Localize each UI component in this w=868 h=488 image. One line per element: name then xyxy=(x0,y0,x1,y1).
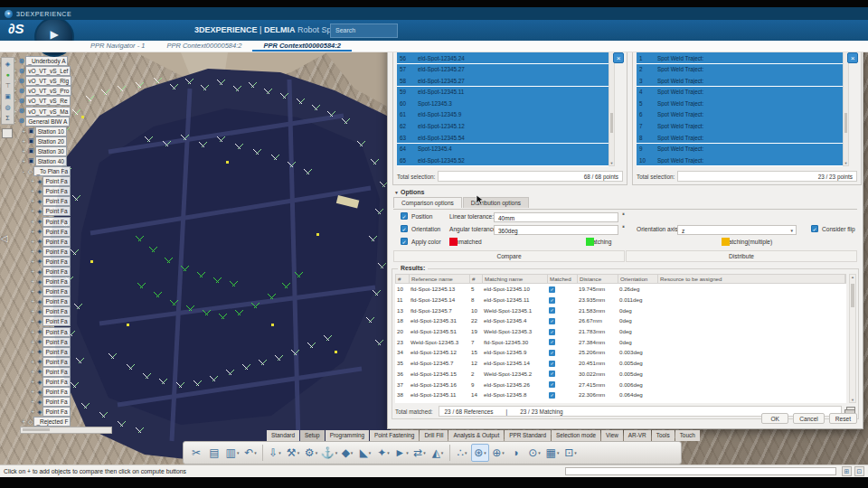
angular-tolerance-input[interactable]: 360deg xyxy=(494,225,618,235)
expander-icon[interactable]: - xyxy=(21,168,27,174)
tool-dropdown-icon[interactable]: ▾ xyxy=(465,450,467,455)
eld-Spot-12345.24[interactable]: 56 eld-Spot-12345.24 xyxy=(397,52,609,63)
result-row[interactable]: 23 Weld-Spot-12345.3 7 fld-Spot-12345.30… xyxy=(395,336,846,347)
tree-item[interactable]: + ◈ Point Fa xyxy=(12,347,71,357)
reference-remove-button[interactable]: × xyxy=(613,52,624,63)
options-tab[interactable]: Comparison options xyxy=(393,197,462,208)
trace-points-tool[interactable]: ∴▾ xyxy=(453,444,471,462)
ribbon-tab[interactable]: View xyxy=(601,430,623,441)
matched-checkbox[interactable]: ✓ xyxy=(549,350,555,356)
matched-checkbox[interactable]: ✓ xyxy=(549,307,555,314)
import-tool[interactable]: ⇩▾ xyxy=(266,444,284,462)
tree-item-label[interactable]: Point Fa xyxy=(42,347,70,357)
tree-item-label[interactable]: _Underbody A xyxy=(25,56,68,66)
compare-button[interactable]: Compare xyxy=(393,250,625,262)
result-row[interactable]: 38 eld-Spot-12345.11 14 eld-Spot-12345.8… xyxy=(395,389,846,400)
linear-tolerance-input[interactable]: 40mm xyxy=(494,212,618,222)
Spot Weld Traject:[interactable]: 3 Spot Weld Traject: xyxy=(637,75,843,86)
position-checkbox[interactable]: ✓ xyxy=(401,212,408,220)
ribbon-tab[interactable]: PPR Standard xyxy=(505,430,551,441)
tree-item-label[interactable]: Station 20 xyxy=(35,136,67,146)
col-matching-name[interactable]: Matching name xyxy=(483,275,548,283)
3ds-logo[interactable]: ∂S xyxy=(8,21,24,36)
matched-checkbox[interactable]: ✓ xyxy=(549,381,555,388)
robot-teach-tool[interactable]: ◣▾ xyxy=(356,444,374,462)
tree-item[interactable]: + ▣ Station 20 xyxy=(12,136,71,146)
tree-item[interactable]: + ◈ Point Fa xyxy=(12,277,71,286)
tree-item[interactable]: + ◈ Point Fa xyxy=(12,206,71,216)
tree-item[interactable]: + ◈ Point Fa xyxy=(12,237,71,247)
matched-checkbox[interactable]: ✓ xyxy=(549,318,555,324)
col-reference-name[interactable]: Reference name xyxy=(410,275,470,283)
tree-item-label[interactable]: Point Fa xyxy=(42,316,70,326)
result-row[interactable]: 35 eld-Spot-12345.7 12 eld-Spot-12345.14… xyxy=(395,358,846,369)
eld-Spot-12345.9[interactable]: 61 eld-Spot-12345.9 xyxy=(397,109,609,120)
matched-checkbox[interactable]: ✓ xyxy=(549,297,555,304)
eld-Spot-12345.27[interactable]: 58 eld-Spot-12345.27 xyxy=(397,75,609,86)
result-row[interactable]: 36 eld-Spot-12345.15 2 Weld-Spot-12345.2… xyxy=(395,369,846,380)
linear-tolerance-stepper[interactable]: ▲▼ xyxy=(619,212,627,222)
panel-tool[interactable]: ▣ xyxy=(4,92,13,100)
tree-item[interactable]: + ⚙ vO_VT_vS_Rig xyxy=(12,76,71,86)
robot-jog-tool[interactable]: ◆▾ xyxy=(338,444,356,462)
tree-item-label[interactable]: Point Fa xyxy=(42,357,70,367)
orientation-checkbox[interactable]: ✓ xyxy=(401,225,408,232)
paste-tool[interactable]: ▥▾ xyxy=(223,444,241,462)
distribute-button[interactable]: Distribute xyxy=(626,250,857,262)
panel-collapse-arrow-icon[interactable]: ◁ xyxy=(1,233,8,243)
tree-item-label[interactable]: Point Fa xyxy=(42,186,70,196)
tree-item-label[interactable]: Point Fa xyxy=(42,397,70,407)
tree-item-label[interactable]: Point Fa xyxy=(42,367,70,377)
ribbon-tab[interactable]: Drill Fill xyxy=(420,430,448,441)
collapse-icon[interactable]: ▼ xyxy=(394,190,399,195)
display-cone-tool[interactable]: ◭▾ xyxy=(429,444,447,462)
tree-item-label[interactable]: Point Fa xyxy=(42,377,70,387)
snapshot-tool[interactable]: ⊡▾ xyxy=(561,444,580,462)
eld-Spot-12345.27[interactable]: 57 eld-Spot-12345.27 xyxy=(397,64,609,75)
tree-item[interactable]: + ⚙ vO_VT_vS_Ma xyxy=(12,106,71,116)
expander-icon[interactable]: + xyxy=(21,418,27,425)
expander-icon[interactable]: + xyxy=(30,308,36,314)
tool-dropdown-icon[interactable]: ▾ xyxy=(557,450,560,455)
tool-dropdown-icon[interactable]: ▾ xyxy=(316,450,318,455)
expander-icon[interactable]: + xyxy=(30,408,36,415)
measure-sum-tool[interactable]: Σ xyxy=(4,114,13,122)
result-row[interactable]: 20 eld-Spot-12345.51 19 Weld-Spot-12345.… xyxy=(395,326,846,337)
results-scrollbar[interactable]: ▲ ▼ xyxy=(849,274,856,403)
result-row[interactable]: 10 fld-Spot-12345.13 5 eld-Spot-12345.10… xyxy=(395,284,846,295)
undo-tool[interactable]: ↶▾ xyxy=(241,444,259,462)
ribbon-tab[interactable]: AR-VR xyxy=(624,430,651,441)
options-tab[interactable]: Distribution options xyxy=(463,197,529,208)
Spot Weld Traject:[interactable]: 8 Spot Weld Traject: xyxy=(637,132,843,143)
tree-item[interactable]: + ◈ Point Fa xyxy=(12,267,71,277)
panel-display-tool[interactable]: ▦▾ xyxy=(543,444,561,462)
expander-icon[interactable]: + xyxy=(30,229,36,235)
cut-tool[interactable]: ✂ xyxy=(187,444,205,462)
tree-item[interactable]: - ⚙ General BIW A xyxy=(12,117,71,127)
expander-icon[interactable]: + xyxy=(30,198,36,204)
reference-scrollbar[interactable]: ▼ xyxy=(609,49,615,166)
eld-Spot-12345.12[interactable]: 62 eld-Spot-12345.12 xyxy=(397,120,609,131)
tree-item-label[interactable]: Point Fa xyxy=(42,277,70,286)
tool-dropdown-icon[interactable]: ▾ xyxy=(237,450,240,455)
orientation-axis-select[interactable]: z ▼ xyxy=(677,225,797,235)
tree-item-label[interactable]: Point Fa xyxy=(42,267,70,277)
matched-checkbox[interactable]: ✓ xyxy=(549,371,555,377)
ribbon-tab[interactable]: Selection mode xyxy=(552,430,600,441)
matched-checkbox[interactable]: ✓ xyxy=(549,392,555,399)
tool-dropdown-icon[interactable]: ▾ xyxy=(538,450,541,455)
reset-button[interactable]: Reset xyxy=(829,413,857,424)
expander-icon[interactable]: + xyxy=(30,349,36,355)
expander-icon[interactable]: + xyxy=(21,128,27,135)
eld-Spot-12345.52[interactable]: 65 eld-Spot-12345.52 xyxy=(397,155,609,165)
matched-checkbox[interactable]: ✓ xyxy=(549,339,555,345)
col-resource[interactable]: Resource to be assigned xyxy=(658,275,845,283)
expander-icon[interactable]: + xyxy=(21,148,27,155)
expander-icon[interactable]: + xyxy=(30,268,36,275)
expander-icon[interactable]: + xyxy=(30,178,36,184)
col-ref-num[interactable]: # xyxy=(396,275,410,283)
tree-item[interactable]: + ⚙ _Underbody A xyxy=(12,56,71,66)
tree-item[interactable]: + ⚙ vO_VT_vS_Lef xyxy=(12,66,71,76)
Spot-12345.3[interactable]: 60 Spot-12345.3 xyxy=(397,98,609,108)
document-tab[interactable]: PPR Context00000584:2 xyxy=(252,41,351,52)
